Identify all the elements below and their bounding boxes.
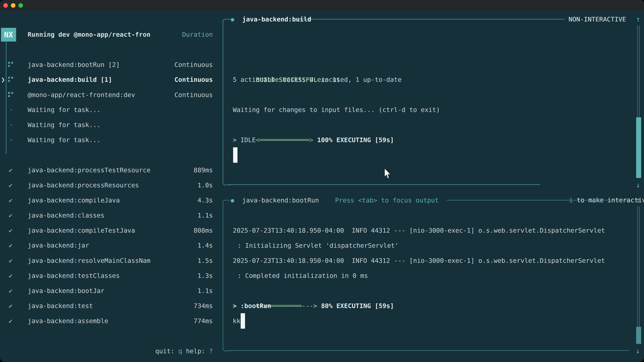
check-icon: ✔ — [9, 253, 12, 268]
sidebar-footer: ← 1/2 → quit: q help: ? — [0, 344, 221, 359]
task-duration: Continuous — [174, 72, 213, 87]
task-row-waiting[interactable]: · Waiting for task... — [0, 102, 221, 117]
check-icon: ✔ — [9, 313, 12, 329]
check-icon: ✔ — [9, 298, 12, 313]
check-icon: ✔ — [9, 193, 12, 208]
log-line: : Initializing Servlet 'dispatcherServle… — [233, 238, 399, 253]
check-icon: ✔ — [9, 238, 12, 253]
task-spinner-icon — [8, 61, 13, 68]
quit-key[interactable]: q — [178, 348, 182, 355]
task-row-done[interactable]: ✔ java-backend:processTestResource 889ms — [0, 163, 221, 178]
task-label: java-backend:resolveMainClassNam — [28, 253, 150, 268]
progress-bar-open: < — [256, 136, 260, 144]
scrollbar-track[interactable] — [637, 206, 640, 344]
task-duration: 1.5s — [198, 253, 213, 268]
task-row-done[interactable]: ✔ java-backend:test 734ms — [0, 298, 221, 313]
task-spinner-icon — [8, 91, 13, 99]
waiting-line: Waiting for changes to input files... (c… — [233, 102, 440, 117]
task-label: Waiting for task... — [28, 132, 100, 147]
terminal-cursor — [233, 147, 238, 163]
task-label: Waiting for task... — [28, 117, 100, 132]
task-label: java-backend:processResources — [28, 178, 139, 193]
mode-badge: NON-INTERACTIVE — [568, 12, 626, 27]
task-label: java-backend:bootJar — [28, 283, 104, 298]
task-row-done[interactable]: ✔ java-backend:compileTestJava 808ms — [0, 223, 221, 238]
task-row-done[interactable]: ✔ java-backend:assemble 774ms — [0, 313, 221, 329]
minimize-button[interactable] — [11, 3, 16, 8]
help-key[interactable]: ? — [209, 348, 213, 355]
task-duration: Continuous — [174, 87, 213, 102]
close-button[interactable] — [3, 3, 8, 8]
scroll-up-icon[interactable]: ↑ — [636, 12, 640, 27]
task-duration: 1.1s — [198, 208, 213, 223]
task-duration: 1.1s — [198, 283, 213, 298]
log-line: 2025-07-23T13:40:18.950-04:00 INFO 44312… — [233, 253, 605, 268]
task-label: java-backend:classes — [28, 208, 104, 223]
pane-bullet-icon: ● — [231, 193, 234, 208]
task-label: java-backend:processTestResource — [28, 163, 150, 178]
check-icon: ✔ — [9, 223, 12, 238]
scroll-down-icon[interactable]: ↓ — [636, 177, 640, 193]
task-duration: 774ms — [194, 313, 213, 329]
progress-bar-remainder: ---> — [302, 302, 317, 310]
scroll-up-icon[interactable]: ↑ — [636, 193, 640, 208]
scroll-down-icon[interactable]: ↓ — [636, 343, 640, 358]
task-row-done[interactable]: ✔ java-backend:jar 1.4s — [0, 238, 221, 253]
mouse-cursor-icon — [384, 168, 392, 180]
pane-border — [223, 25, 223, 178]
pane-title: java-backend:bootRun — [242, 193, 319, 208]
scrollbar-thumb[interactable] — [636, 327, 641, 344]
task-row-done[interactable]: ✔ java-backend:testClasses 1.3s — [0, 268, 221, 283]
pane-title: java-backend:build — [242, 12, 311, 27]
check-icon: ✔ — [9, 268, 12, 283]
terminal-cursor — [241, 313, 245, 329]
check-icon: ✔ — [9, 163, 12, 178]
task-row-done[interactable]: ✔ java-backend:bootJar 1.1s — [0, 283, 221, 298]
task-label: java-backend:bootRun [2] — [28, 57, 120, 72]
pane-border — [295, 19, 565, 19]
check-icon: ✔ — [9, 208, 12, 223]
waiting-dot-icon: · — [10, 102, 13, 117]
task-duration: 1.3s — [198, 268, 213, 283]
progress-bar-fill: ═════════════ — [260, 136, 310, 144]
help-label: help: — [182, 348, 209, 355]
task-label: java-backend:assemble — [28, 313, 108, 329]
task-row-done[interactable]: ✔ java-backend:compileJava 4.3s — [0, 193, 221, 208]
task-row-done[interactable]: ✔ java-backend:classes 1.1s — [0, 208, 221, 223]
pane-border — [223, 344, 230, 351]
pane-border — [447, 200, 628, 200]
log-line: : Completed initialization in 0 ms — [233, 268, 368, 283]
title-bar — [0, 0, 644, 11]
task-row-done[interactable]: ✔ java-backend:processResources 1.0s — [0, 178, 221, 193]
task-duration: Continuous — [174, 57, 213, 72]
terminal-input-text[interactable]: kk — [233, 313, 240, 329]
quit-label: quit: — [155, 348, 178, 355]
tasks-summary: 5 actionable tasks: 4 executed, 1 up-to-… — [233, 72, 402, 87]
task-duration: 1.0s — [198, 178, 213, 193]
pane-border — [229, 184, 540, 185]
progress-line: <═════════════> 100% EXECUTING [59s] — [233, 117, 394, 132]
pane-border — [223, 206, 223, 345]
prompt-line: > :bootRun — [233, 298, 271, 313]
scrollbar-thumb[interactable] — [636, 117, 641, 178]
zoom-button[interactable] — [18, 3, 23, 8]
pane-border — [223, 19, 230, 26]
duration-column-header: Duration — [0, 27, 213, 42]
task-row-done[interactable]: ✔ java-backend:resolveMainClassNam 1.5s — [0, 253, 221, 268]
task-duration: 4.3s — [198, 193, 213, 208]
task-row-waiting[interactable]: · Waiting for task... — [0, 132, 221, 147]
pane-border — [223, 178, 230, 185]
task-label: java-backend:compileTestJava — [28, 223, 135, 238]
progress-label: 100% EXECUTING [59s] — [313, 136, 394, 144]
log-line: 2025-07-23T13:40:18.950-04:00 INFO 44312… — [233, 223, 605, 238]
task-row[interactable]: @mono-app/react-frontend:dev Continuous — [0, 87, 221, 102]
task-row[interactable]: java-backend:bootRun [2] Continuous — [0, 57, 221, 72]
task-label: java-backend:build [1] — [28, 72, 112, 87]
waiting-dot-icon: · — [10, 132, 13, 147]
task-label: java-backend:testClasses — [28, 268, 120, 283]
waiting-dot-icon: · — [10, 117, 13, 132]
focus-hint: Press <tab> to focus output — [335, 193, 439, 208]
task-row-selected[interactable]: ❯ java-backend:build [1] Continuous — [0, 72, 221, 87]
task-duration: 808ms — [194, 223, 213, 238]
task-row-waiting[interactable]: · Waiting for task... — [0, 117, 221, 132]
